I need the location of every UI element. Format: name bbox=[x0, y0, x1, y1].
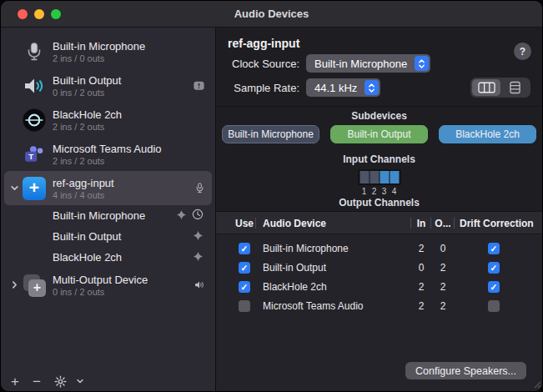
table-body: Built-in Microphone 2 0 Built-in Output … bbox=[216, 234, 542, 315]
drift-correction-checkbox[interactable] bbox=[488, 300, 500, 312]
drift-correction-checkbox[interactable] bbox=[488, 281, 500, 293]
channel-block-1 bbox=[359, 171, 369, 183]
cell-device: Built-in Output bbox=[256, 262, 411, 274]
input-channel-numbers: 1 2 3 4 bbox=[359, 187, 399, 196]
subdevice-name: BlackHole 2ch bbox=[53, 251, 193, 264]
drift-correction-checkbox[interactable] bbox=[488, 262, 500, 274]
device-name: Built-in Microphone bbox=[53, 40, 205, 53]
activity-icon bbox=[193, 229, 204, 244]
gear-icon[interactable] bbox=[54, 375, 76, 388]
column-header-audio-device[interactable]: Audio Device bbox=[256, 212, 411, 234]
device-name: Multi-Output Device bbox=[53, 274, 194, 286]
channel-block-2 bbox=[370, 171, 379, 183]
subdevice-pill-blackhole-2ch[interactable]: BlackHole 2ch bbox=[439, 125, 536, 143]
volume-icon bbox=[194, 279, 205, 290]
window-title: Audio Devices bbox=[1, 8, 542, 20]
blackhole-icon bbox=[23, 108, 46, 132]
subdevice-table: Use Audio Device In O... Drift Correctio… bbox=[216, 211, 542, 392]
sidebar-item-blackhole-2ch[interactable]: BlackHole 2ch 2 ins / 2 outs bbox=[4, 103, 212, 137]
section-divider bbox=[216, 106, 542, 107]
configure-speakers-button[interactable]: Configure Speakers... bbox=[405, 362, 526, 379]
device-name: Microsoft Teams Audio bbox=[53, 143, 205, 155]
subdevice-item-built-in-output[interactable]: Built-in Output bbox=[1, 226, 215, 247]
device-name: ref-agg-input bbox=[53, 177, 194, 189]
device-sidebar: Built-in Microphone 2 ins / 0 outs Built… bbox=[1, 28, 216, 392]
cell-in: 2 bbox=[411, 300, 431, 312]
subdevice-name: Built-in Output bbox=[53, 230, 193, 243]
device-detail-panel: ref-agg-input ? Clock Source: Built-in M… bbox=[216, 28, 542, 392]
minimize-button[interactable] bbox=[34, 9, 44, 19]
channel-block-4 bbox=[390, 171, 399, 183]
subdevice-name: Built-in Microphone bbox=[53, 209, 176, 222]
table-row[interactable]: Built-in Microphone 2 0 bbox=[216, 239, 542, 258]
subdevices-title: Subdevices bbox=[216, 110, 542, 122]
sample-rate-label: Sample Rate: bbox=[216, 82, 299, 94]
column-header-drift-correction[interactable]: Drift Correction bbox=[455, 212, 542, 234]
clock-source-label: Clock Source: bbox=[216, 58, 299, 70]
drift-correction-checkbox[interactable] bbox=[488, 243, 500, 254]
zoom-button[interactable] bbox=[51, 9, 61, 19]
subdevice-pills: Built-in Microphone Built-in Output Blac… bbox=[222, 125, 536, 143]
use-checkbox[interactable] bbox=[239, 243, 250, 254]
aggregate-plus-icon bbox=[23, 177, 46, 200]
rows-view-button[interactable] bbox=[500, 79, 529, 96]
sidebar-item-microsoft-teams-audio[interactable]: T Microsoft Teams Audio 2 ins / 2 outs bbox=[4, 137, 212, 171]
sidebar-item-multi-output-device[interactable]: Multi-Output Device 0 ins / 2 outs bbox=[4, 268, 212, 302]
chevron-right-icon[interactable] bbox=[6, 280, 23, 289]
stepper-icon bbox=[415, 56, 429, 71]
sidebar-item-built-in-microphone[interactable]: Built-in Microphone 2 ins / 0 outs bbox=[4, 34, 212, 68]
sidebar-item-built-in-output[interactable]: Built-in Output 0 ins / 2 outs bbox=[4, 68, 212, 103]
clock-source-popup[interactable]: Built-in Microphone bbox=[306, 54, 430, 73]
use-checkbox[interactable] bbox=[239, 262, 250, 274]
column-header-use[interactable]: Use bbox=[233, 212, 256, 234]
column-header-in[interactable]: In bbox=[411, 212, 431, 234]
cell-in: 2 bbox=[411, 243, 431, 254]
default-input-microphone-icon bbox=[194, 182, 205, 194]
cell-device: BlackHole 2ch bbox=[256, 281, 411, 293]
clock-source-row: Clock Source: Built-in Microphone bbox=[216, 54, 430, 73]
clock-icon bbox=[192, 209, 204, 224]
subdevice-item-blackhole-2ch[interactable]: BlackHole 2ch bbox=[1, 247, 215, 268]
device-detail: 2 ins / 2 outs bbox=[53, 122, 205, 132]
sidebar-item-ref-agg-input[interactable]: ref-agg-input 4 ins / 4 outs bbox=[4, 171, 212, 205]
chevron-down-icon[interactable] bbox=[76, 377, 93, 385]
help-button[interactable]: ? bbox=[514, 43, 531, 60]
device-detail: 4 ins / 4 outs bbox=[53, 190, 194, 200]
close-button[interactable] bbox=[18, 9, 28, 19]
multi-output-icon bbox=[23, 274, 46, 297]
subdevice-item-built-in-microphone[interactable]: Built-in Microphone bbox=[1, 205, 215, 226]
column-header-out[interactable]: O... bbox=[431, 212, 455, 234]
page-title: ref-agg-input bbox=[228, 37, 299, 50]
subdevice-pill-built-in-output[interactable]: Built-in Output bbox=[330, 125, 428, 143]
table-row[interactable]: Microsoft Teams Audio 2 2 bbox=[216, 296, 542, 315]
resize-grip[interactable] bbox=[531, 377, 541, 392]
device-detail: 0 ins / 2 outs bbox=[53, 88, 193, 98]
speaker-icon bbox=[23, 74, 46, 98]
clock-source-value: Built-in Microphone bbox=[314, 58, 407, 70]
table-row[interactable]: Built-in Output 0 2 bbox=[216, 258, 542, 277]
channel-number: 1 bbox=[359, 187, 369, 196]
chevron-down-icon[interactable] bbox=[6, 183, 23, 193]
table-row[interactable]: BlackHole 2ch 2 2 bbox=[216, 277, 542, 296]
subdevice-pill-built-in-microphone[interactable]: Built-in Microphone bbox=[222, 125, 319, 143]
use-checkbox[interactable] bbox=[239, 300, 250, 312]
device-detail: 2 ins / 0 outs bbox=[53, 53, 205, 63]
cell-in: 0 bbox=[411, 262, 431, 274]
teams-icon: T bbox=[23, 143, 46, 166]
sample-rate-row: Sample Rate: 44.1 kHz bbox=[216, 78, 380, 97]
view-toggle bbox=[470, 78, 530, 98]
input-channels-title: Input Channels bbox=[216, 153, 542, 165]
sample-rate-popup[interactable]: 44.1 kHz bbox=[306, 78, 380, 97]
columns-view-button[interactable] bbox=[472, 79, 500, 96]
remove-device-button[interactable]: − bbox=[33, 374, 54, 389]
cell-out: 0 bbox=[431, 243, 455, 254]
activity-icon bbox=[176, 209, 187, 224]
use-checkbox[interactable] bbox=[239, 281, 250, 293]
sidebar-toolbar: + − bbox=[1, 369, 215, 392]
add-device-button[interactable]: + bbox=[11, 374, 33, 389]
channel-number: 3 bbox=[380, 187, 389, 196]
cell-device: Built-in Microphone bbox=[256, 243, 411, 254]
stepper-icon bbox=[365, 80, 379, 95]
device-list: Built-in Microphone 2 ins / 0 outs Built… bbox=[1, 28, 215, 369]
cell-in: 2 bbox=[411, 281, 431, 293]
